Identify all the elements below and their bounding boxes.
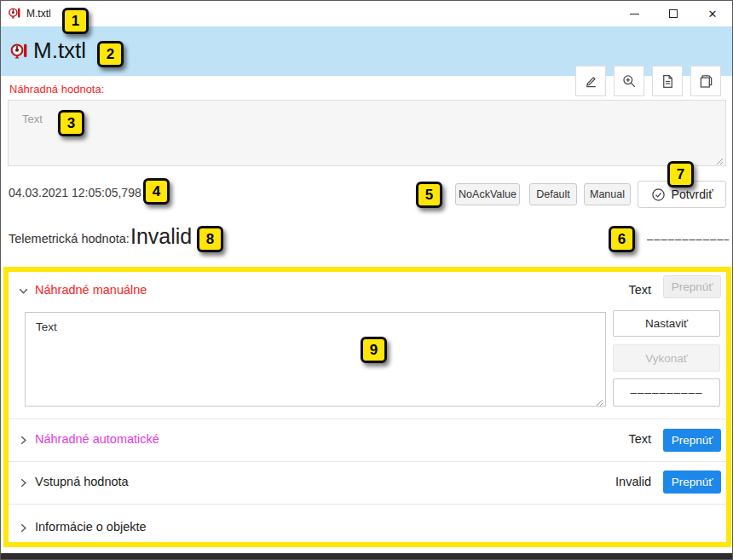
window-bottom-edge (1, 553, 732, 559)
section-automatic-value: Text (628, 432, 651, 446)
confirm-button-label: Potvrdiť (672, 188, 713, 201)
section-input-header[interactable]: Vstupná hodnota Invalid Prepnúť (9, 462, 726, 504)
zoom-button[interactable] (614, 66, 644, 96)
annotation-badge-2: 2 (97, 41, 124, 67)
section-info-header[interactable]: Informácie o objekte (9, 505, 726, 542)
manual-button[interactable]: Manual (584, 183, 631, 205)
minimize-button[interactable] (615, 1, 654, 26)
replacement-value-label: Náhradná hodnota: (9, 83, 104, 95)
chevron-right-icon (18, 476, 29, 492)
window-controls: ✕ (615, 1, 732, 26)
telemetry-label: Telemetrická hodnota: (9, 232, 130, 245)
section-input-title: Vstupná hodnota (35, 475, 129, 488)
value-timestamp: 04.03.2021 12:05:05,798 (9, 186, 141, 199)
pencil-icon (583, 73, 599, 89)
window-title: M.txtl (26, 8, 51, 20)
maximize-button[interactable] (654, 1, 693, 26)
section-automatic-header[interactable]: Náhradné automatické Text Prepnúť (9, 419, 726, 461)
magnifier-plus-icon (621, 73, 638, 89)
section-automatic-title: Náhradné automatické (35, 432, 159, 446)
copy-button[interactable] (690, 66, 721, 96)
default-button[interactable]: Default (529, 183, 577, 205)
section-manual-title: Náhradné manuálne (35, 283, 147, 297)
maximize-icon (669, 9, 678, 18)
document-icon (660, 73, 676, 89)
section-manual-header[interactable]: Náhradné manuálne Text Prepnúť (9, 272, 726, 309)
telemetry-value: Invalid (130, 224, 192, 249)
section-automatic-toggle-button[interactable]: Prepnúť (663, 429, 721, 452)
object-title: M.txtl (33, 38, 86, 64)
annotation-badge-8: 8 (197, 226, 223, 252)
set-button[interactable]: Nastaviť (613, 310, 720, 337)
check-circle-icon (651, 188, 666, 202)
annotation-badge-1: 1 (62, 8, 89, 34)
noackvalue-button[interactable]: NoAckValue (455, 183, 520, 205)
title-bar: M.txtl ✕ (1, 1, 732, 26)
close-button[interactable]: ✕ (693, 1, 732, 26)
accordion-panel: Náhradné manuálne Text Prepnúť Text Nast… (3, 267, 731, 547)
manual-value-input[interactable]: Text (25, 312, 606, 407)
chevron-right-icon (18, 522, 29, 537)
replacement-value-input[interactable] (8, 100, 726, 166)
copy-icon (698, 73, 714, 89)
dashes-button[interactable]: –––––––––– (613, 378, 720, 407)
app-window: M.txtl ✕ M.txtl (0, 0, 733, 560)
close-icon: ✕ (708, 9, 718, 20)
telemetry-dashes: ––––––––––––– (647, 233, 729, 245)
annotation-badge-7: 7 (667, 161, 694, 188)
chevron-down-icon (18, 285, 29, 300)
annotation-badge-3: 3 (58, 110, 84, 136)
section-input-value: Invalid (615, 475, 651, 488)
annotation-badge-5: 5 (416, 182, 442, 208)
annotation-badge-4: 4 (143, 178, 170, 205)
execute-button[interactable]: Vykonať (613, 344, 720, 372)
section-manual-value: Text (628, 283, 651, 297)
section-input-toggle-button[interactable]: Prepnúť (663, 471, 721, 494)
document-button[interactable] (652, 66, 683, 96)
section-manual-toggle-button[interactable]: Prepnúť (663, 275, 721, 298)
annotation-badge-6: 6 (609, 226, 635, 252)
minimize-icon (630, 14, 639, 14)
annotation-badge-9: 9 (361, 337, 387, 363)
header-toolbar (575, 66, 721, 96)
gauge-thermometer-icon (9, 40, 30, 66)
section-info-title: Informácie o objekte (35, 520, 147, 534)
gauge-thermometer-icon (8, 6, 22, 24)
edit-button[interactable] (575, 66, 606, 96)
chevron-right-icon (18, 434, 29, 449)
